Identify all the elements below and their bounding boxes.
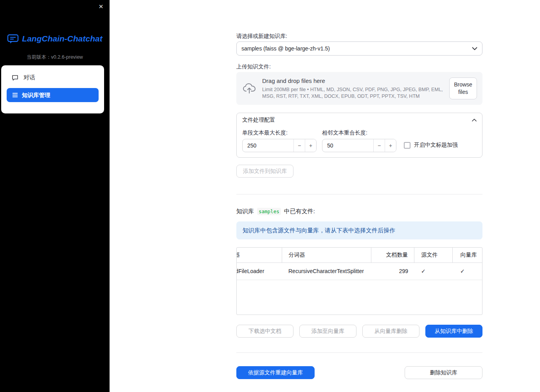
kb-select-value: samples (faiss @ bge-large-zh-v1.5) <box>241 45 472 52</box>
logo: LangChain-Chatchat <box>0 34 110 44</box>
max-length-plus-button[interactable]: + <box>305 139 316 152</box>
existing-files-heading: 知识库 samples 中已有文件: <box>236 208 482 215</box>
table-row[interactable]: UnstructuredFileLoader RecursiveCharacte… <box>236 263 482 280</box>
zh-title-checkbox[interactable] <box>404 142 410 149</box>
delete-from-vector-store-button[interactable]: 从向量库删除 <box>362 325 419 338</box>
zh-title-checkbox-label: 开启中文标题加强 <box>414 142 458 149</box>
file-dropzone[interactable]: Drag and drop files here Limit 200MB per… <box>236 72 482 105</box>
kb-select-label: 请选择或新建知识库: <box>236 32 482 40</box>
max-length-stepper: − + <box>242 139 317 152</box>
overlap-plus-button[interactable]: + <box>385 139 396 152</box>
col-header-vector-store[interactable]: 向量库 <box>452 248 482 263</box>
file-config-title: 文件处理配置 <box>242 117 472 124</box>
overlap-length-stepper: − + <box>322 139 396 152</box>
cell-doc-count: 299 <box>371 263 414 280</box>
col-header-splitter[interactable]: 分词器 <box>282 248 371 263</box>
sidebar-nav-panel: 对话 知识库管理 <box>1 65 104 113</box>
file-config-expander: 文件处理配置 单段文本最大长度: − + 相邻文本重合长度: <box>236 113 482 158</box>
kb-files-table[interactable]: 文档加载器 分词器 文档数量 源文件 向量库 UnstructuredFileL… <box>236 247 482 315</box>
sidebar-item-label: 对话 <box>23 74 35 81</box>
chevron-down-icon <box>472 47 477 50</box>
sidebar: ✕ LangChain-Chatchat 当前版本：v0.2.6-preview… <box>0 0 110 392</box>
max-length-minus-button[interactable]: − <box>293 139 305 152</box>
chevron-up-icon <box>472 119 477 122</box>
dropzone-title: Drag and drop files here <box>262 77 449 84</box>
table-header-row: 文档加载器 分词器 文档数量 源文件 向量库 <box>236 248 482 263</box>
logo-chat-icon <box>7 34 19 44</box>
col-header-source-file[interactable]: 源文件 <box>414 248 452 263</box>
cloud-upload-icon <box>243 83 256 94</box>
browse-files-button[interactable]: Browse files <box>449 77 477 99</box>
kb-select[interactable]: samples (faiss @ bge-large-zh-v1.5) <box>236 41 482 56</box>
add-to-vector-store-button[interactable]: 添加至向量库 <box>299 325 356 338</box>
delete-from-kb-button[interactable]: 从知识库中删除 <box>425 325 482 338</box>
overlap-length-label: 相邻文本重合长度: <box>322 129 396 137</box>
col-header-loader[interactable]: 文档加载器 <box>236 248 282 263</box>
sidebar-item-dialogue[interactable]: 对话 <box>1 71 104 85</box>
sidebar-item-label: 知识库管理 <box>22 92 50 99</box>
overlap-minus-button[interactable]: − <box>373 139 385 152</box>
sidebar-close-icon[interactable]: ✕ <box>97 3 104 10</box>
cell-loader: UnstructuredFileLoader <box>236 263 282 280</box>
cell-source-file-check: ✓ <box>414 263 452 280</box>
file-config-expander-header[interactable]: 文件处理配置 <box>237 113 482 127</box>
max-length-input[interactable] <box>243 139 293 152</box>
delete-kb-button[interactable]: 删除知识库 <box>405 366 482 379</box>
logo-text: LangChain-Chatchat <box>22 34 102 43</box>
sidebar-item-knowledge-base[interactable]: 知识库管理 <box>7 88 99 102</box>
col-header-doc-count[interactable]: 文档数量 <box>371 248 414 263</box>
list-icon <box>12 92 18 98</box>
upload-label: 上传知识文件: <box>236 63 482 70</box>
dropzone-limit-text: Limit 200MB per file • HTML, MD, JSON, C… <box>262 86 449 99</box>
rebuild-vector-store-button[interactable]: 依据源文件重建向量库 <box>236 366 315 379</box>
info-banner: 知识库中包含源文件与向量库，请从下表中选择文件后操作 <box>236 221 482 239</box>
max-length-label: 单段文本最大长度: <box>242 129 317 137</box>
cell-splitter: RecursiveCharacterTextSplitter <box>282 263 371 280</box>
main-area: 请选择或新建知识库: samples (faiss @ bge-large-zh… <box>110 0 540 392</box>
chat-bubble-icon <box>12 75 18 81</box>
add-files-to-kb-button[interactable]: 添加文件到知识库 <box>236 165 293 178</box>
download-selected-button[interactable]: 下载选中文档 <box>236 325 293 338</box>
divider <box>236 352 482 353</box>
version-text: 当前版本：v0.2.6-preview <box>0 54 110 61</box>
kb-name-code: samples <box>257 208 281 215</box>
overlap-length-input[interactable] <box>322 139 373 152</box>
cell-vector-store-check: ✓ <box>452 263 482 280</box>
divider <box>236 194 482 194</box>
